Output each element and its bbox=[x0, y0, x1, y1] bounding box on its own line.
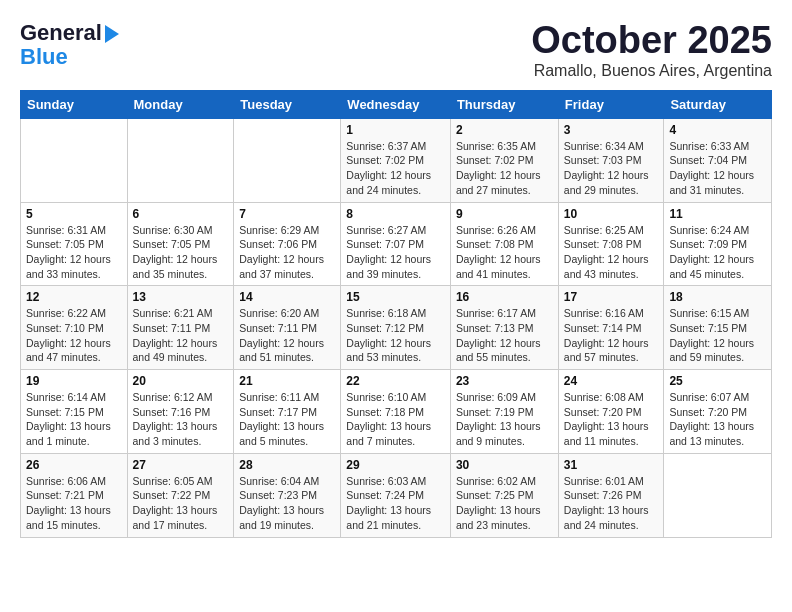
day-info: Sunrise: 6:22 AM Sunset: 7:10 PM Dayligh… bbox=[26, 306, 122, 365]
day-info: Sunrise: 6:33 AM Sunset: 7:04 PM Dayligh… bbox=[669, 139, 766, 198]
day-info: Sunrise: 6:35 AM Sunset: 7:02 PM Dayligh… bbox=[456, 139, 553, 198]
calendar-day-cell: 18Sunrise: 6:15 AM Sunset: 7:15 PM Dayli… bbox=[664, 286, 772, 370]
logo-blue-text: Blue bbox=[20, 46, 68, 68]
day-number: 29 bbox=[346, 458, 445, 472]
day-info: Sunrise: 6:03 AM Sunset: 7:24 PM Dayligh… bbox=[346, 474, 445, 533]
day-number: 14 bbox=[239, 290, 335, 304]
day-info: Sunrise: 6:08 AM Sunset: 7:20 PM Dayligh… bbox=[564, 390, 659, 449]
day-info: Sunrise: 6:24 AM Sunset: 7:09 PM Dayligh… bbox=[669, 223, 766, 282]
header-saturday: Saturday bbox=[664, 90, 772, 118]
day-info: Sunrise: 6:20 AM Sunset: 7:11 PM Dayligh… bbox=[239, 306, 335, 365]
calendar-table: SundayMondayTuesdayWednesdayThursdayFrid… bbox=[20, 90, 772, 538]
calendar-day-cell: 29Sunrise: 6:03 AM Sunset: 7:24 PM Dayli… bbox=[341, 453, 451, 537]
calendar-day-cell: 30Sunrise: 6:02 AM Sunset: 7:25 PM Dayli… bbox=[450, 453, 558, 537]
day-info: Sunrise: 6:17 AM Sunset: 7:13 PM Dayligh… bbox=[456, 306, 553, 365]
empty-cell bbox=[664, 453, 772, 537]
empty-cell bbox=[234, 118, 341, 202]
header-thursday: Thursday bbox=[450, 90, 558, 118]
calendar-day-cell: 9Sunrise: 6:26 AM Sunset: 7:08 PM Daylig… bbox=[450, 202, 558, 286]
day-info: Sunrise: 6:01 AM Sunset: 7:26 PM Dayligh… bbox=[564, 474, 659, 533]
calendar-day-cell: 6Sunrise: 6:30 AM Sunset: 7:05 PM Daylig… bbox=[127, 202, 234, 286]
day-info: Sunrise: 6:16 AM Sunset: 7:14 PM Dayligh… bbox=[564, 306, 659, 365]
calendar-day-cell: 4Sunrise: 6:33 AM Sunset: 7:04 PM Daylig… bbox=[664, 118, 772, 202]
day-number: 3 bbox=[564, 123, 659, 137]
day-info: Sunrise: 6:07 AM Sunset: 7:20 PM Dayligh… bbox=[669, 390, 766, 449]
calendar-week-row: 26Sunrise: 6:06 AM Sunset: 7:21 PM Dayli… bbox=[21, 453, 772, 537]
calendar-day-cell: 27Sunrise: 6:05 AM Sunset: 7:22 PM Dayli… bbox=[127, 453, 234, 537]
day-number: 12 bbox=[26, 290, 122, 304]
calendar-day-cell: 11Sunrise: 6:24 AM Sunset: 7:09 PM Dayli… bbox=[664, 202, 772, 286]
day-info: Sunrise: 6:21 AM Sunset: 7:11 PM Dayligh… bbox=[133, 306, 229, 365]
day-info: Sunrise: 6:30 AM Sunset: 7:05 PM Dayligh… bbox=[133, 223, 229, 282]
calendar-day-cell: 3Sunrise: 6:34 AM Sunset: 7:03 PM Daylig… bbox=[558, 118, 664, 202]
day-info: Sunrise: 6:31 AM Sunset: 7:05 PM Dayligh… bbox=[26, 223, 122, 282]
calendar-week-row: 5Sunrise: 6:31 AM Sunset: 7:05 PM Daylig… bbox=[21, 202, 772, 286]
calendar-day-cell: 8Sunrise: 6:27 AM Sunset: 7:07 PM Daylig… bbox=[341, 202, 451, 286]
day-info: Sunrise: 6:04 AM Sunset: 7:23 PM Dayligh… bbox=[239, 474, 335, 533]
calendar-day-cell: 31Sunrise: 6:01 AM Sunset: 7:26 PM Dayli… bbox=[558, 453, 664, 537]
month-title: October 2025 bbox=[531, 20, 772, 62]
logo-general-text: General bbox=[20, 20, 102, 46]
day-number: 13 bbox=[133, 290, 229, 304]
calendar-day-cell: 22Sunrise: 6:10 AM Sunset: 7:18 PM Dayli… bbox=[341, 370, 451, 454]
day-info: Sunrise: 6:27 AM Sunset: 7:07 PM Dayligh… bbox=[346, 223, 445, 282]
day-number: 23 bbox=[456, 374, 553, 388]
day-number: 24 bbox=[564, 374, 659, 388]
title-block: October 2025 Ramallo, Buenos Aires, Arge… bbox=[531, 20, 772, 80]
page-header: General Blue October 2025 Ramallo, Bueno… bbox=[20, 20, 772, 80]
calendar-day-cell: 20Sunrise: 6:12 AM Sunset: 7:16 PM Dayli… bbox=[127, 370, 234, 454]
day-number: 18 bbox=[669, 290, 766, 304]
day-number: 7 bbox=[239, 207, 335, 221]
day-number: 30 bbox=[456, 458, 553, 472]
calendar-day-cell: 2Sunrise: 6:35 AM Sunset: 7:02 PM Daylig… bbox=[450, 118, 558, 202]
day-number: 19 bbox=[26, 374, 122, 388]
day-info: Sunrise: 6:11 AM Sunset: 7:17 PM Dayligh… bbox=[239, 390, 335, 449]
calendar-day-cell: 10Sunrise: 6:25 AM Sunset: 7:08 PM Dayli… bbox=[558, 202, 664, 286]
day-number: 27 bbox=[133, 458, 229, 472]
day-info: Sunrise: 6:25 AM Sunset: 7:08 PM Dayligh… bbox=[564, 223, 659, 282]
day-number: 15 bbox=[346, 290, 445, 304]
day-info: Sunrise: 6:18 AM Sunset: 7:12 PM Dayligh… bbox=[346, 306, 445, 365]
day-number: 4 bbox=[669, 123, 766, 137]
day-number: 26 bbox=[26, 458, 122, 472]
day-number: 17 bbox=[564, 290, 659, 304]
calendar-day-cell: 26Sunrise: 6:06 AM Sunset: 7:21 PM Dayli… bbox=[21, 453, 128, 537]
day-info: Sunrise: 6:06 AM Sunset: 7:21 PM Dayligh… bbox=[26, 474, 122, 533]
day-number: 1 bbox=[346, 123, 445, 137]
day-number: 9 bbox=[456, 207, 553, 221]
day-info: Sunrise: 6:15 AM Sunset: 7:15 PM Dayligh… bbox=[669, 306, 766, 365]
day-number: 6 bbox=[133, 207, 229, 221]
logo-arrow-icon bbox=[105, 25, 119, 43]
calendar-day-cell: 19Sunrise: 6:14 AM Sunset: 7:15 PM Dayli… bbox=[21, 370, 128, 454]
day-info: Sunrise: 6:05 AM Sunset: 7:22 PM Dayligh… bbox=[133, 474, 229, 533]
day-number: 21 bbox=[239, 374, 335, 388]
day-number: 10 bbox=[564, 207, 659, 221]
day-number: 5 bbox=[26, 207, 122, 221]
day-number: 28 bbox=[239, 458, 335, 472]
calendar-day-cell: 13Sunrise: 6:21 AM Sunset: 7:11 PM Dayli… bbox=[127, 286, 234, 370]
calendar-day-cell: 12Sunrise: 6:22 AM Sunset: 7:10 PM Dayli… bbox=[21, 286, 128, 370]
calendar-day-cell: 25Sunrise: 6:07 AM Sunset: 7:20 PM Dayli… bbox=[664, 370, 772, 454]
calendar-day-cell: 15Sunrise: 6:18 AM Sunset: 7:12 PM Dayli… bbox=[341, 286, 451, 370]
day-number: 22 bbox=[346, 374, 445, 388]
header-wednesday: Wednesday bbox=[341, 90, 451, 118]
calendar-day-cell: 23Sunrise: 6:09 AM Sunset: 7:19 PM Dayli… bbox=[450, 370, 558, 454]
day-number: 25 bbox=[669, 374, 766, 388]
calendar-day-cell: 17Sunrise: 6:16 AM Sunset: 7:14 PM Dayli… bbox=[558, 286, 664, 370]
calendar-day-cell: 16Sunrise: 6:17 AM Sunset: 7:13 PM Dayli… bbox=[450, 286, 558, 370]
day-info: Sunrise: 6:26 AM Sunset: 7:08 PM Dayligh… bbox=[456, 223, 553, 282]
day-info: Sunrise: 6:10 AM Sunset: 7:18 PM Dayligh… bbox=[346, 390, 445, 449]
day-number: 8 bbox=[346, 207, 445, 221]
empty-cell bbox=[127, 118, 234, 202]
day-info: Sunrise: 6:09 AM Sunset: 7:19 PM Dayligh… bbox=[456, 390, 553, 449]
calendar-day-cell: 21Sunrise: 6:11 AM Sunset: 7:17 PM Dayli… bbox=[234, 370, 341, 454]
empty-cell bbox=[21, 118, 128, 202]
day-info: Sunrise: 6:29 AM Sunset: 7:06 PM Dayligh… bbox=[239, 223, 335, 282]
header-tuesday: Tuesday bbox=[234, 90, 341, 118]
day-info: Sunrise: 6:02 AM Sunset: 7:25 PM Dayligh… bbox=[456, 474, 553, 533]
day-info: Sunrise: 6:14 AM Sunset: 7:15 PM Dayligh… bbox=[26, 390, 122, 449]
logo: General Blue bbox=[20, 20, 119, 68]
calendar-day-cell: 7Sunrise: 6:29 AM Sunset: 7:06 PM Daylig… bbox=[234, 202, 341, 286]
calendar-day-cell: 1Sunrise: 6:37 AM Sunset: 7:02 PM Daylig… bbox=[341, 118, 451, 202]
calendar-day-cell: 28Sunrise: 6:04 AM Sunset: 7:23 PM Dayli… bbox=[234, 453, 341, 537]
